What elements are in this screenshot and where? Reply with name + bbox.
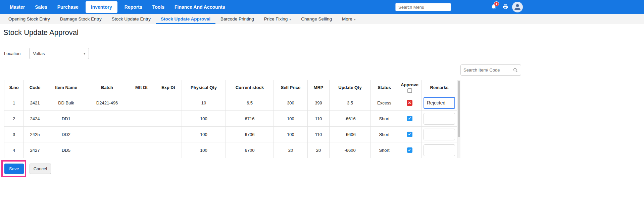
- save-button[interactable]: Save: [4, 164, 24, 174]
- reject-icon[interactable]: ×: [407, 100, 412, 106]
- cell-mrp: 110: [308, 127, 330, 142]
- header-status: Status: [371, 80, 398, 95]
- table-row: 3 2425 DD2 100 6706 100 110 -6606 Short …: [4, 127, 457, 142]
- nav-finance-and-accounts[interactable]: Finance And Accounts: [169, 0, 230, 14]
- tab-barcode-printing[interactable]: Barcode Printing: [215, 14, 259, 24]
- header-physical-qty: Physical Qty: [182, 80, 226, 95]
- cell-mft-dt: [128, 111, 155, 127]
- stock-table: S.no Code Item Name Batch Mft Dt Exp Dt …: [4, 80, 457, 158]
- cell-status: Excess: [371, 95, 398, 111]
- notifications-button[interactable]: 5: [491, 3, 497, 11]
- cell-exp-dt: [155, 142, 182, 158]
- cell-current-stock: 6700: [226, 142, 274, 158]
- location-filter: Location Voltas ▾: [4, 48, 89, 59]
- header-remarks: Remarks: [422, 80, 457, 95]
- stock-table-container: S.no Code Item Name Batch Mft Dt Exp Dt …: [4, 80, 460, 158]
- tab-damage-stock-entry[interactable]: Damage Stock Entry: [55, 14, 107, 24]
- cell-update-qty: -6616: [330, 111, 371, 127]
- cell-status: Short: [371, 127, 398, 142]
- tab-stock-update-approval[interactable]: Stock Update Approval: [156, 14, 215, 24]
- cell-physical-qty: 100: [182, 127, 226, 142]
- header-update-qty: Update Qty: [330, 80, 371, 95]
- cell-exp-dt: [155, 127, 182, 142]
- header-current-stock: Current stock: [226, 80, 274, 95]
- header-sno: S.no: [4, 80, 24, 95]
- cell-current-stock: 6.5: [226, 95, 274, 111]
- cell-approve: ✓: [398, 127, 422, 142]
- tab-change-selling[interactable]: Change Selling: [296, 14, 337, 24]
- approve-checkbox[interactable]: ✓: [407, 132, 412, 137]
- cell-item-name: DD2: [46, 127, 86, 142]
- nav-reports[interactable]: Reports: [119, 0, 147, 14]
- remarks-input[interactable]: [424, 97, 455, 109]
- tab-opening-stock-entry[interactable]: Opening Stock Entry: [3, 14, 55, 24]
- remarks-input[interactable]: [424, 129, 455, 140]
- cell-remarks: [422, 111, 457, 127]
- cell-code: 2424: [24, 111, 46, 127]
- cell-update-qty: -6600: [330, 142, 371, 158]
- remarks-input[interactable]: [424, 144, 455, 156]
- cell-batch: [86, 142, 128, 158]
- location-label: Location: [4, 51, 20, 56]
- nav-master[interactable]: Master: [5, 0, 30, 14]
- tab-price-fixing[interactable]: Price Fixing▾: [259, 14, 296, 24]
- header-sell-price: Sell Price: [274, 80, 308, 95]
- cell-exp-dt: [155, 111, 182, 127]
- cell-mft-dt: [128, 127, 155, 142]
- cell-code: 2421: [24, 95, 46, 111]
- cell-update-qty: -6606: [330, 127, 371, 142]
- cell-exp-dt: [155, 95, 182, 111]
- cell-current-stock: 6706: [226, 127, 274, 142]
- table-scrollbar[interactable]: [457, 80, 460, 158]
- nav-sales[interactable]: Sales: [30, 0, 52, 14]
- table-row: 4 2427 DD5 100 6700 20 20 -6600 Short ✓: [4, 142, 457, 158]
- nav-tools[interactable]: Tools: [147, 0, 169, 14]
- cell-update-qty: 3.5: [330, 95, 371, 111]
- cell-item-name: DD1: [46, 111, 86, 127]
- header-code: Code: [24, 80, 46, 95]
- cell-approve: ✓: [398, 111, 422, 127]
- remarks-input[interactable]: [424, 113, 455, 125]
- approve-all-checkbox[interactable]: [407, 88, 412, 93]
- menu-search-input[interactable]: [395, 3, 451, 11]
- cell-item-name: DD5: [46, 142, 86, 158]
- table-row: 1 2421 DD Bulk D2421-496 10 6.5 300 399 …: [4, 95, 457, 111]
- cell-remarks: [422, 127, 457, 142]
- cell-batch: D2421-496: [86, 95, 128, 111]
- cell-status: Short: [371, 111, 398, 127]
- tab-stock-update-entry[interactable]: Stock Update Entry: [107, 14, 156, 24]
- cell-mrp: 399: [308, 95, 330, 111]
- scrollbar-thumb[interactable]: [458, 81, 460, 137]
- search-icon[interactable]: [513, 68, 518, 73]
- approve-checkbox[interactable]: ✓: [407, 116, 412, 121]
- user-avatar[interactable]: [512, 2, 523, 12]
- stock-table-body: 1 2421 DD Bulk D2421-496 10 6.5 300 399 …: [4, 95, 457, 158]
- print-button[interactable]: [502, 4, 508, 11]
- cancel-button[interactable]: Cancel: [30, 164, 51, 174]
- tab-price-fixing-label: Price Fixing: [264, 16, 288, 21]
- cell-sno: 3: [4, 127, 24, 142]
- header-batch: Batch: [86, 80, 128, 95]
- printer-icon: [502, 4, 508, 10]
- cell-sno: 1: [4, 95, 24, 111]
- page-title: Stock Update Approval: [3, 28, 79, 37]
- inventory-sub-navigation: Opening Stock Entry Damage Stock Entry S…: [0, 14, 644, 24]
- item-search-input[interactable]: [463, 68, 513, 73]
- cell-remarks: [422, 95, 457, 111]
- nav-purchase[interactable]: Purchase: [52, 0, 84, 14]
- cell-sell-price: 100: [274, 127, 308, 142]
- location-selected-value: Voltas: [33, 51, 45, 56]
- person-icon: [513, 3, 522, 11]
- location-select[interactable]: Voltas ▾: [29, 48, 89, 59]
- approve-checkbox[interactable]: ✓: [407, 147, 412, 153]
- cell-mrp: 110: [308, 111, 330, 127]
- cell-code: 2427: [24, 142, 46, 158]
- nav-inventory[interactable]: Inventory: [86, 1, 117, 13]
- top-navigation: Master Sales Purchase Inventory Reports …: [0, 0, 644, 14]
- tab-more[interactable]: More▾: [337, 14, 361, 24]
- chevron-down-icon: ▾: [289, 17, 291, 21]
- cell-mrp: 20: [308, 142, 330, 158]
- action-buttons: Save Cancel: [4, 164, 51, 174]
- cell-physical-qty: 10: [182, 95, 226, 111]
- cell-code: 2425: [24, 127, 46, 142]
